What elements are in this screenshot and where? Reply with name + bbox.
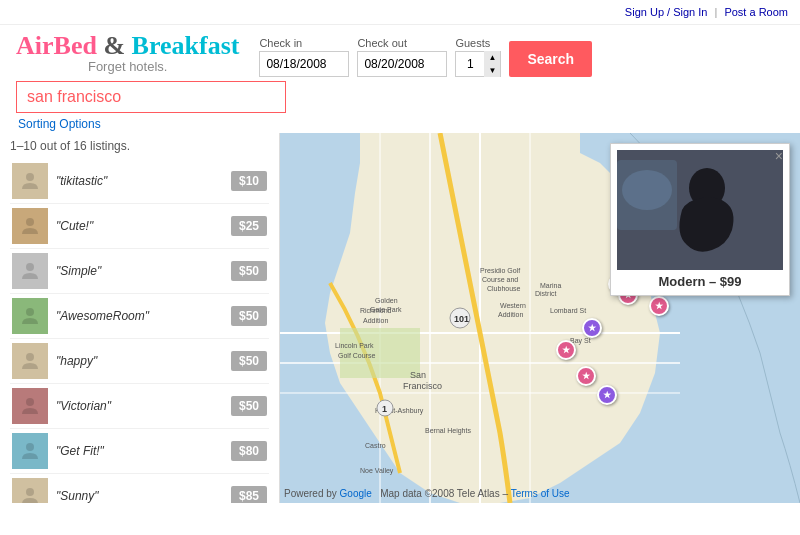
listing-price: $50 (231, 396, 267, 416)
listing-name: "happy" (56, 354, 223, 368)
listing-thumbnail (12, 208, 48, 244)
listing-thumbnail (12, 298, 48, 334)
svg-point-4 (26, 353, 34, 361)
listing-thumbnail (12, 433, 48, 469)
main-content: 1–10 out of 16 listings. "tikitastic" $1… (0, 133, 800, 503)
listing-thumbnail (12, 163, 48, 199)
listing-name: "Victorian" (56, 399, 223, 413)
listing-item[interactable]: "tikitastic" $10 (10, 159, 269, 204)
map-footer: Powered by Google Map data ©2008 Tele At… (284, 488, 570, 499)
signup-link[interactable]: Sign Up / Sign In (625, 6, 708, 18)
search-button[interactable]: Search (509, 41, 592, 77)
listing-name: "AwesomeRoom" (56, 309, 223, 323)
svg-point-3 (26, 308, 34, 316)
guests-spinner: ▲ ▼ (455, 51, 501, 77)
checkout-label: Check out (357, 37, 447, 49)
svg-text:Castro: Castro (365, 442, 386, 449)
svg-text:Western: Western (500, 302, 526, 309)
listing-thumbnail (12, 388, 48, 424)
listing-item[interactable]: "AwesomeRoom" $50 (10, 294, 269, 339)
person-icon (18, 394, 42, 418)
svg-text:Golf Course: Golf Course (338, 352, 375, 359)
listing-thumbnail (12, 478, 48, 503)
popup-photo (617, 150, 783, 270)
listing-name: "tikitastic" (56, 174, 223, 188)
listing-price: $50 (231, 306, 267, 326)
popup-label: Modern – $99 (617, 274, 783, 289)
svg-text:Gate Park: Gate Park (370, 306, 402, 313)
person-icon (18, 214, 42, 238)
checkin-input[interactable] (259, 51, 349, 77)
guests-decrement[interactable]: ▼ (484, 64, 500, 77)
checkout-field-group: Check out (357, 37, 447, 77)
listing-price: $25 (231, 216, 267, 236)
svg-point-5 (26, 398, 34, 406)
map-container: San Francisco Lincoln Park Golf Course R… (280, 133, 800, 503)
map-pin[interactable]: ★ (576, 366, 596, 386)
listing-item[interactable]: "Cute!" $25 (10, 204, 269, 249)
listing-name: "Cute!" (56, 219, 223, 233)
svg-text:District: District (535, 290, 556, 297)
topbar: Sign Up / Sign In | Post a Room (0, 0, 800, 25)
logo-title: AirBed & Breakfast (16, 31, 239, 61)
svg-point-1 (26, 218, 34, 226)
checkout-input[interactable] (357, 51, 447, 77)
person-icon (18, 484, 42, 503)
person-icon (18, 349, 42, 373)
map-pin[interactable]: ★ (597, 385, 617, 405)
post-room-link[interactable]: Post a Room (724, 6, 788, 18)
guests-label: Guests (455, 37, 501, 49)
guests-increment[interactable]: ▲ (484, 51, 500, 64)
listing-item[interactable]: "Sunny" $85 (10, 474, 269, 503)
person-icon (18, 304, 42, 328)
listing-item[interactable]: "Simple" $50 (10, 249, 269, 294)
listing-thumbnail (12, 343, 48, 379)
svg-point-7 (26, 488, 34, 496)
svg-text:Lincoln Park: Lincoln Park (335, 342, 374, 349)
svg-text:1: 1 (382, 404, 387, 414)
person-icon (18, 439, 42, 463)
guests-input[interactable] (456, 57, 484, 71)
svg-text:Golden: Golden (375, 297, 398, 304)
map-pin[interactable]: ★ (582, 318, 602, 338)
listings-list: "tikitastic" $10 "Cute!" $25 "Simple" $5… (10, 159, 269, 503)
svg-text:Marina: Marina (540, 282, 562, 289)
svg-text:Lombard St: Lombard St (550, 307, 586, 314)
location-input[interactable] (16, 81, 286, 113)
header: AirBed & Breakfast Forget hotels. Check … (0, 25, 800, 77)
map-popup: × Modern – $99 (610, 143, 790, 296)
person-icon (18, 259, 42, 283)
listing-name: "Get Fit!" (56, 444, 223, 458)
listing-item[interactable]: "happy" $50 (10, 339, 269, 384)
svg-text:Addition: Addition (363, 317, 388, 324)
checkin-field-group: Check in (259, 37, 349, 77)
listing-thumbnail (12, 253, 48, 289)
logo-airbed: AirBed (16, 31, 97, 60)
terms-link[interactable]: Terms of Use (511, 488, 570, 499)
listing-name: "Simple" (56, 264, 223, 278)
listing-price: $80 (231, 441, 267, 461)
logo-breakfast: Breakfast (132, 31, 240, 60)
svg-text:Course and: Course and (482, 276, 518, 283)
svg-point-0 (26, 173, 34, 181)
listing-item[interactable]: "Victorian" $50 (10, 384, 269, 429)
sorting-options-link[interactable]: Sorting Options (18, 117, 784, 131)
listing-item[interactable]: "Get Fit!" $80 (10, 429, 269, 474)
map-pin[interactable]: ★ (556, 340, 576, 360)
google-link[interactable]: Google (340, 488, 372, 499)
svg-text:Francisco: Francisco (403, 381, 442, 391)
svg-text:Bernal Heights: Bernal Heights (425, 427, 471, 435)
svg-text:Addition: Addition (498, 311, 523, 318)
svg-point-6 (26, 443, 34, 451)
listings-count: 1–10 out of 16 listings. (10, 139, 269, 153)
location-bar: Sorting Options (0, 77, 800, 133)
map-pin[interactable]: ★ (649, 296, 669, 316)
svg-text:Noe Valley: Noe Valley (360, 467, 394, 475)
svg-rect-50 (617, 160, 677, 230)
popup-close-button[interactable]: × (775, 148, 783, 164)
listing-price: $50 (231, 351, 267, 371)
guests-group: Guests ▲ ▼ (455, 37, 501, 77)
svg-text:101: 101 (454, 314, 469, 324)
listing-price: $85 (231, 486, 267, 503)
person-icon (18, 169, 42, 193)
